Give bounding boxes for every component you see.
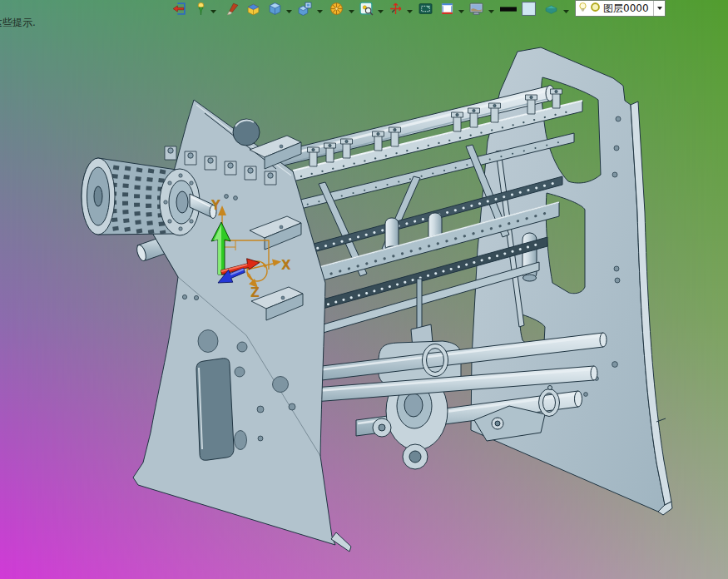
zoom-image-dropdown-icon[interactable] (377, 4, 384, 14)
cube-window-icon[interactable] (298, 2, 312, 16)
monitor-dropdown-icon[interactable] (488, 4, 495, 14)
y-axis-label: Y (210, 198, 221, 213)
cube-dropdown-icon[interactable] (285, 4, 293, 14)
status-hint-text: 这些提示. (0, 16, 36, 30)
import-icon[interactable] (172, 2, 186, 16)
layer-color-icon (590, 2, 601, 15)
layers-dropdown-icon[interactable] (562, 4, 570, 14)
box-icon[interactable] (246, 2, 260, 16)
3d-viewport[interactable]: Y X Z (0, 0, 728, 579)
layer-selector[interactable]: 图层0000 (575, 0, 666, 17)
brush-icon[interactable] (225, 2, 240, 16)
frame-icon[interactable] (440, 2, 454, 16)
monitor-icon[interactable] (469, 2, 483, 16)
axes-dropdown-icon[interactable] (406, 4, 414, 14)
machine-model (82, 47, 672, 552)
screen-icon[interactable] (418, 2, 433, 16)
layer-selector-dropdown-icon[interactable] (653, 1, 665, 16)
cylinder-cap (523, 275, 537, 281)
z-axis-label: Z (250, 285, 260, 300)
color-swatch-icon[interactable] (522, 2, 536, 16)
lightbulb-icon (578, 2, 587, 16)
thick-line-icon[interactable] (500, 2, 518, 16)
pushpin-dropdown-icon[interactable] (210, 4, 217, 14)
frame-dropdown-icon[interactable] (458, 4, 465, 14)
layer-selector-value: 图层0000 (603, 1, 651, 16)
pushpin-icon[interactable] (194, 2, 208, 16)
wheel-icon[interactable] (329, 2, 344, 16)
cube-icon[interactable] (268, 2, 282, 16)
wheel-dropdown-icon[interactable] (348, 4, 355, 14)
cube-window-dropdown-icon[interactable] (316, 4, 324, 14)
layers-icon[interactable] (544, 2, 558, 16)
axes-icon[interactable] (389, 2, 403, 16)
zoom-image-icon[interactable] (359, 2, 374, 16)
arm-hub-hole (233, 119, 260, 146)
cad-application-window: Y X Z 这些提示. (0, 0, 728, 579)
x-axis-label: X (281, 258, 291, 273)
